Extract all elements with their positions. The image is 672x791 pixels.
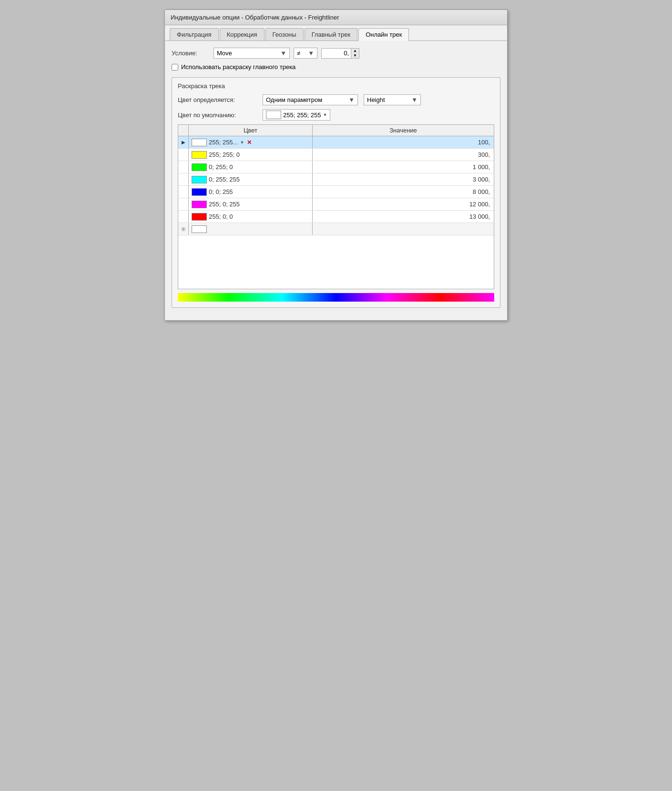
row-dropdown-0[interactable]: ▼: [240, 140, 244, 145]
title-bar: Индивидуальные опции - Обработчик данных…: [165, 10, 507, 25]
table-header: Цвет Значение: [178, 125, 494, 136]
condition-dropdown-arrow: ▼: [280, 50, 286, 57]
row-color-cell-4: 0; 0; 255: [189, 186, 313, 198]
row-indicator-4: [178, 186, 189, 198]
color-swatch-6: [192, 213, 207, 221]
table-row[interactable]: 255; 0; 255 12 000,: [178, 198, 494, 211]
table-row[interactable]: 0; 255; 255 3 000,: [178, 173, 494, 186]
new-row-swatch: [192, 225, 207, 233]
new-row-indicator: ✳: [178, 223, 189, 235]
color-text-6: 255; 0; 0: [209, 213, 233, 220]
table-new-row[interactable]: ✳: [178, 223, 494, 235]
tab-filtration[interactable]: Фильтрация: [170, 28, 219, 41]
color-text-1: 255; 255; 0: [209, 151, 240, 158]
color-table: Цвет Значение ▶ 255; 255... ▼ ✕ 100,: [178, 124, 494, 289]
color-text-3: 0; 255; 255: [209, 176, 240, 183]
main-track-checkbox-row: Использовать раскраску главного трека: [172, 63, 500, 71]
col-indicator-header: [178, 125, 189, 136]
row-indicator-6: [178, 211, 189, 223]
row-indicator-1: [178, 149, 189, 161]
row-indicator-3: [178, 173, 189, 185]
new-row-value: [313, 228, 494, 230]
spinbox-up[interactable]: ▲: [351, 49, 359, 53]
color-defined-label: Цвет определяется:: [178, 96, 259, 103]
row-value-1: 300,: [313, 150, 494, 159]
default-color-label: Цвет по умолчанию:: [178, 112, 259, 119]
table-row[interactable]: 0; 255; 0 1 000,: [178, 161, 494, 173]
row-color-cell-0: 255; 255... ▼ ✕: [189, 136, 313, 148]
condition-row: Условие: Move ▼ ≠ ▼ ▲ ▼: [172, 48, 500, 59]
color-text-4: 0; 0; 255: [209, 188, 233, 195]
default-color-arrow: ▼: [323, 112, 327, 117]
group-title: Раскраска трека: [178, 82, 494, 90]
row-value-2: 1 000,: [313, 162, 494, 172]
table-body: ▶ 255; 255... ▼ ✕ 100,: [178, 136, 494, 289]
default-color-row: Цвет по умолчанию: 255; 255; 255 ▼: [178, 109, 494, 121]
main-window: Индивидуальные опции - Обработчик данных…: [164, 10, 508, 321]
default-color-preview: [266, 111, 281, 119]
row-indicator-5: [178, 198, 189, 210]
row-value-4: 8 000,: [313, 187, 494, 196]
tab-content: Условие: Move ▼ ≠ ▼ ▲ ▼ Использовать рас…: [165, 41, 507, 320]
main-track-checkbox[interactable]: [172, 64, 178, 71]
color-swatch-3: [192, 176, 207, 183]
tab-bar: Фильтрация Коррекция Геозоны Главный тре…: [165, 25, 507, 41]
color-text-0: 255; 255...: [209, 139, 238, 146]
row-color-cell-5: 255; 0; 255: [189, 198, 313, 210]
color-swatch-5: [192, 201, 207, 208]
color-swatch-4: [192, 188, 207, 196]
table-row[interactable]: ▶ 255; 255... ▼ ✕ 100,: [178, 136, 494, 149]
condition-number-spinbox[interactable]: ▲ ▼: [321, 48, 359, 59]
row-value-3: 3 000,: [313, 175, 494, 184]
row-color-cell-6: 255; 0; 0: [189, 211, 313, 223]
condition-number-input[interactable]: [322, 49, 351, 58]
spinbox-arrows: ▲ ▼: [351, 49, 359, 58]
color-text-2: 0; 255; 0: [209, 163, 233, 171]
color-param-arrow: ▼: [411, 96, 417, 103]
table-row[interactable]: 0; 0; 255 8 000,: [178, 186, 494, 198]
main-track-label[interactable]: Использовать раскраску главного трека: [181, 63, 295, 71]
color-defined-select[interactable]: Одним параметром ▼: [263, 94, 358, 105]
window-title: Индивидуальные опции - Обработчик данных…: [171, 14, 339, 21]
tab-online-track[interactable]: Онлайн трек: [358, 28, 409, 41]
col-color-header: Цвет: [189, 125, 313, 136]
color-swatch-2: [192, 163, 207, 171]
spinbox-down[interactable]: ▼: [351, 53, 359, 58]
color-swatch-0: [192, 139, 207, 146]
operator-dropdown-arrow: ▼: [308, 50, 314, 57]
tab-correction[interactable]: Коррекция: [220, 28, 265, 41]
tab-main-track[interactable]: Главный трек: [305, 28, 358, 41]
table-row[interactable]: 255; 255; 0 300,: [178, 149, 494, 161]
tab-geozones[interactable]: Геозоны: [265, 28, 304, 41]
table-row[interactable]: 255; 0; 0 13 000,: [178, 211, 494, 223]
condition-label: Условие:: [172, 50, 210, 57]
condition-value-select[interactable]: Move ▼: [214, 48, 290, 59]
row-delete-0[interactable]: ✕: [246, 139, 253, 146]
color-text-5: 255; 0; 255: [209, 201, 240, 208]
default-color-text: 255; 255; 255: [283, 112, 321, 119]
row-value-0: 100,: [313, 138, 494, 147]
default-color-select[interactable]: 255; 255; 255 ▼: [263, 109, 330, 121]
new-row-color-cell: [189, 223, 313, 235]
track-coloring-group: Раскраска трека Цвет определяется: Одним…: [172, 77, 500, 308]
row-color-cell-1: 255; 255; 0: [189, 149, 313, 161]
color-param-select[interactable]: Height ▼: [364, 94, 421, 105]
color-defined-row: Цвет определяется: Одним параметром ▼ He…: [178, 94, 494, 105]
color-defined-arrow: ▼: [348, 96, 355, 103]
col-value-header: Значение: [313, 125, 494, 136]
row-color-cell-3: 0; 255; 255: [189, 173, 313, 185]
row-color-cell-2: 0; 255; 0: [189, 161, 313, 173]
row-indicator-0: ▶: [178, 136, 189, 148]
condition-operator-select[interactable]: ≠ ▼: [294, 48, 317, 59]
row-indicator-2: [178, 161, 189, 173]
row-value-6: 13 000,: [313, 212, 494, 221]
color-swatch-1: [192, 151, 207, 159]
rainbow-gradient-bar: [178, 293, 494, 302]
row-value-5: 12 000,: [313, 200, 494, 209]
